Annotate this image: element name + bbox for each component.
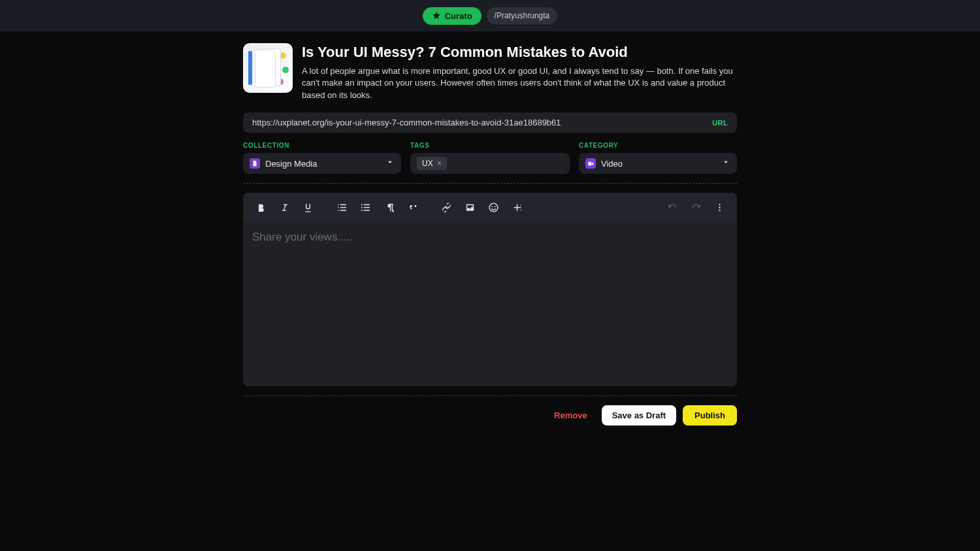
action-row: Remove Save as Draft Publish bbox=[243, 405, 737, 426]
collection-column: COLLECTION Design Media bbox=[243, 142, 401, 174]
svg-point-2 bbox=[361, 207, 362, 208]
tags-column: TAGS UX × bbox=[410, 142, 570, 174]
brand-chip[interactable]: Curato bbox=[423, 7, 482, 25]
editor-body[interactable]: Share your views..... bbox=[243, 222, 737, 386]
more-options-button[interactable] bbox=[708, 196, 730, 218]
category-value: Video bbox=[601, 159, 623, 169]
ordered-list-button[interactable] bbox=[331, 196, 353, 218]
editor-toolbar bbox=[243, 193, 737, 222]
remove-button[interactable]: Remove bbox=[546, 405, 595, 426]
article-description: A lot of people argue what is more impor… bbox=[302, 65, 737, 103]
redo-button[interactable] bbox=[685, 196, 707, 218]
url-field[interactable]: URL bbox=[243, 112, 737, 133]
page-content: Is Your UI Messy? 7 Common Mistakes to A… bbox=[243, 43, 737, 426]
url-input[interactable] bbox=[252, 118, 704, 127]
unordered-list-button[interactable] bbox=[354, 196, 376, 218]
star-icon bbox=[432, 11, 441, 20]
emoji-button[interactable] bbox=[482, 196, 504, 218]
blockquote-button[interactable] bbox=[401, 196, 423, 218]
article-header: Is Your UI Messy? 7 Common Mistakes to A… bbox=[243, 43, 737, 102]
editor: Share your views..... bbox=[243, 193, 737, 386]
user-path-text: /Pratyushrungta bbox=[495, 11, 550, 20]
editor-placeholder: Share your views..... bbox=[252, 231, 353, 243]
collection-icon bbox=[250, 158, 260, 169]
svg-point-6 bbox=[494, 206, 495, 207]
category-column: CATEGORY Video bbox=[579, 142, 737, 174]
collection-select[interactable]: Design Media bbox=[243, 153, 401, 174]
article-title: Is Your UI Messy? 7 Common Mistakes to A… bbox=[302, 43, 737, 61]
divider bbox=[243, 183, 737, 184]
svg-point-4 bbox=[489, 203, 498, 212]
collection-value: Design Media bbox=[265, 159, 318, 169]
url-badge: URL bbox=[712, 119, 728, 127]
chevron-down-icon bbox=[385, 158, 395, 169]
link-button[interactable] bbox=[435, 196, 457, 218]
publish-button[interactable]: Publish bbox=[683, 405, 737, 426]
svg-point-12 bbox=[719, 209, 720, 210]
tag-text: UX bbox=[422, 159, 433, 168]
article-header-text: Is Your UI Messy? 7 Common Mistakes to A… bbox=[302, 43, 737, 102]
tags-input[interactable]: UX × bbox=[410, 153, 570, 174]
underline-button[interactable] bbox=[297, 196, 319, 218]
chevron-down-icon bbox=[721, 158, 730, 169]
svg-point-3 bbox=[361, 209, 362, 210]
category-select[interactable]: Video bbox=[579, 153, 737, 174]
brand-label: Curato bbox=[445, 11, 472, 21]
svg-point-5 bbox=[491, 206, 493, 207]
italic-button[interactable] bbox=[273, 196, 295, 218]
tag-remove-icon[interactable]: × bbox=[437, 159, 442, 168]
collection-label: COLLECTION bbox=[243, 142, 401, 149]
svg-point-10 bbox=[719, 204, 720, 205]
tag-pill: UX × bbox=[417, 157, 447, 170]
paragraph-format-button[interactable] bbox=[378, 196, 400, 218]
svg-rect-0 bbox=[588, 161, 591, 165]
divider bbox=[243, 395, 737, 396]
tags-label: TAGS bbox=[410, 142, 570, 149]
bold-button[interactable] bbox=[250, 196, 272, 218]
svg-point-1 bbox=[361, 204, 362, 205]
video-icon bbox=[585, 158, 596, 169]
topbar: Curato /Pratyushrungta bbox=[0, 0, 980, 31]
article-thumbnail bbox=[243, 43, 293, 93]
category-label: CATEGORY bbox=[579, 142, 737, 149]
metadata-row: COLLECTION Design Media TAGS UX × bbox=[243, 142, 737, 174]
svg-point-11 bbox=[719, 207, 720, 208]
svg-point-9 bbox=[520, 209, 521, 210]
undo-button[interactable] bbox=[661, 196, 683, 218]
image-button[interactable] bbox=[459, 196, 481, 218]
save-draft-button[interactable]: Save as Draft bbox=[602, 405, 676, 426]
insert-more-button[interactable] bbox=[506, 196, 528, 218]
svg-point-7 bbox=[520, 205, 521, 205]
svg-point-8 bbox=[520, 207, 521, 207]
user-path-chip[interactable]: /Pratyushrungta bbox=[487, 7, 558, 24]
